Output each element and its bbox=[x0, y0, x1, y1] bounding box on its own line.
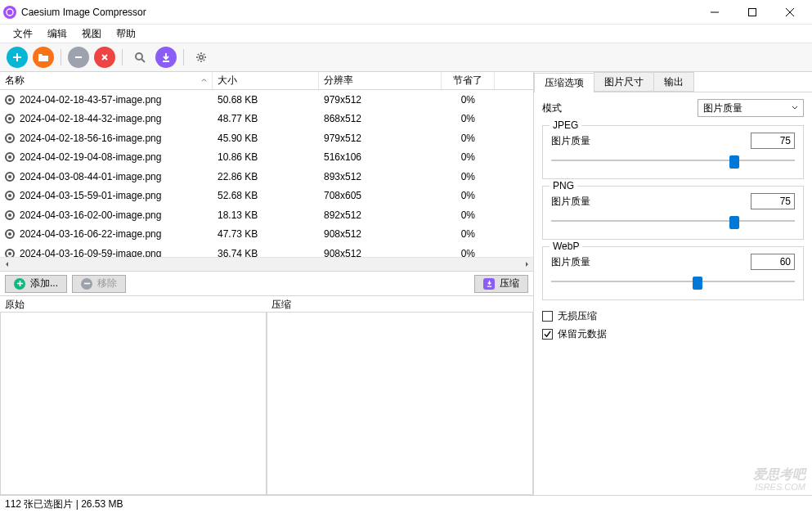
settings-button[interactable] bbox=[191, 47, 212, 68]
preview-original-pane bbox=[0, 312, 267, 495]
window-maximize-button[interactable] bbox=[733, 0, 771, 25]
search-button[interactable] bbox=[129, 47, 150, 68]
mode-select[interactable]: 图片质量 bbox=[698, 99, 804, 117]
file-size: 45.90 KB bbox=[213, 133, 319, 144]
lossless-label: 无损压缩 bbox=[558, 309, 597, 323]
add-files-button[interactable] bbox=[7, 47, 28, 68]
horizontal-scrollbar[interactable] bbox=[0, 257, 533, 271]
jpeg-quality-input[interactable]: 75 bbox=[751, 133, 795, 149]
compress-button[interactable]: 压缩 bbox=[474, 275, 528, 293]
column-size[interactable]: 大小 bbox=[213, 72, 319, 89]
column-resolution[interactable]: 分辨率 bbox=[319, 72, 442, 89]
column-name[interactable]: 名称 bbox=[0, 72, 213, 89]
tab-image-size[interactable]: 图片尺寸 bbox=[594, 72, 654, 92]
svg-rect-2 bbox=[749, 8, 756, 16]
file-size: 10.86 KB bbox=[213, 151, 319, 163]
file-size: 36.74 KB bbox=[213, 248, 319, 257]
table-row[interactable]: 2024-04-03-15-59-01-image.png52.68 KB708… bbox=[0, 187, 533, 206]
file-name: 2024-04-03-15-59-01-image.png bbox=[20, 190, 161, 201]
menu-edit[interactable]: 编辑 bbox=[41, 25, 74, 43]
clear-button[interactable] bbox=[94, 47, 115, 68]
file-name: 2024-04-03-16-09-59-image.png bbox=[20, 248, 161, 257]
webp-quality-label: 图片质量 bbox=[551, 255, 751, 269]
open-folder-button[interactable] bbox=[33, 47, 54, 68]
file-icon bbox=[5, 249, 15, 257]
webp-title: WebP bbox=[550, 241, 582, 252]
lossless-checkbox-row[interactable]: 无损压缩 bbox=[542, 307, 804, 325]
file-resolution: 893x512 bbox=[319, 171, 442, 182]
preview-original-label: 原始 bbox=[0, 296, 267, 313]
file-saved: 0% bbox=[442, 151, 495, 163]
file-resolution: 868x512 bbox=[319, 113, 442, 124]
file-resolution: 908x512 bbox=[319, 248, 442, 257]
toolbar bbox=[0, 43, 812, 72]
jpeg-quality-label: 图片质量 bbox=[551, 134, 751, 148]
action-row: 添加... 移除 压缩 bbox=[0, 272, 533, 296]
webp-quality-input[interactable]: 60 bbox=[751, 254, 795, 270]
svg-point-0 bbox=[7, 9, 13, 16]
add-button[interactable]: 添加... bbox=[5, 275, 67, 293]
png-quality-label: 图片质量 bbox=[551, 195, 751, 209]
app-title: Caesium Image Compressor bbox=[21, 7, 696, 18]
webp-group: WebP 图片质量 60 bbox=[542, 246, 804, 300]
file-resolution: 892x512 bbox=[319, 209, 442, 221]
file-size: 52.68 KB bbox=[213, 190, 319, 201]
table-row[interactable]: 2024-04-03-16-06-22-image.png47.73 KB908… bbox=[0, 225, 533, 245]
file-icon bbox=[5, 95, 15, 105]
file-name: 2024-04-02-18-43-57-image.png bbox=[20, 94, 161, 106]
tab-output[interactable]: 输出 bbox=[653, 72, 694, 92]
file-resolution: 516x106 bbox=[319, 151, 442, 163]
png-group: PNG 图片质量 75 bbox=[542, 186, 804, 240]
file-size: 50.68 KB bbox=[213, 94, 319, 106]
tab-compress-options[interactable]: 压缩选项 bbox=[534, 73, 594, 92]
window-minimize-button[interactable] bbox=[696, 0, 733, 25]
table-row[interactable]: 2024-04-02-18-43-57-image.png50.68 KB979… bbox=[0, 90, 533, 110]
menu-file[interactable]: 文件 bbox=[7, 25, 39, 43]
file-name: 2024-04-03-16-02-00-image.png bbox=[20, 209, 161, 221]
file-size: 48.77 KB bbox=[213, 113, 319, 124]
png-quality-input[interactable]: 75 bbox=[751, 193, 795, 209]
compress-toolbar-button[interactable] bbox=[155, 47, 177, 68]
menu-view[interactable]: 视图 bbox=[75, 25, 108, 43]
side-panel: 压缩选项 图片尺寸 输出 模式 图片质量 JPEG 图片质量 75 bbox=[534, 72, 812, 495]
file-saved: 0% bbox=[442, 209, 495, 221]
file-name: 2024-04-03-16-06-22-image.png bbox=[20, 228, 161, 240]
keep-metadata-checkbox[interactable] bbox=[542, 329, 553, 340]
png-title: PNG bbox=[550, 180, 577, 191]
png-quality-slider[interactable] bbox=[551, 214, 795, 227]
file-resolution: 908x512 bbox=[319, 228, 442, 240]
column-saved[interactable]: 节省了 bbox=[442, 72, 495, 89]
webp-quality-slider[interactable] bbox=[551, 275, 795, 288]
table-row[interactable]: 2024-04-02-19-04-08-image.png10.86 KB516… bbox=[0, 148, 533, 168]
file-size: 47.73 KB bbox=[213, 228, 319, 240]
menu-help[interactable]: 帮助 bbox=[110, 25, 142, 43]
window-close-button[interactable] bbox=[771, 0, 809, 25]
keep-metadata-checkbox-row[interactable]: 保留元数据 bbox=[542, 325, 804, 343]
file-icon bbox=[5, 114, 15, 124]
table-row[interactable]: 2024-04-03-08-44-01-image.png22.86 KB893… bbox=[0, 167, 533, 187]
keep-metadata-label: 保留元数据 bbox=[558, 327, 607, 341]
file-saved: 0% bbox=[442, 228, 495, 240]
menu-bar: 文件 编辑 视图 帮助 bbox=[0, 25, 812, 43]
file-name: 2024-04-02-18-56-16-image.png bbox=[20, 133, 161, 144]
lossless-checkbox[interactable] bbox=[542, 311, 553, 322]
file-saved: 0% bbox=[442, 248, 495, 257]
table-row[interactable]: 2024-04-03-16-02-00-image.png18.13 KB892… bbox=[0, 205, 533, 225]
mode-label: 模式 bbox=[542, 101, 698, 115]
compress-icon bbox=[483, 278, 495, 290]
jpeg-group: JPEG 图片质量 75 bbox=[542, 125, 804, 179]
remove-list-button[interactable]: 移除 bbox=[72, 275, 126, 293]
file-size: 22.86 KB bbox=[213, 171, 319, 182]
remove-button[interactable] bbox=[68, 47, 89, 68]
jpeg-quality-slider[interactable] bbox=[551, 154, 795, 167]
file-icon bbox=[5, 210, 15, 220]
app-icon bbox=[3, 6, 16, 19]
plus-icon bbox=[14, 278, 25, 290]
table-row[interactable]: 2024-04-03-16-09-59-image.png36.74 KB908… bbox=[0, 244, 533, 257]
table-row[interactable]: 2024-04-02-18-44-32-image.png48.77 KB868… bbox=[0, 110, 533, 129]
file-resolution: 979x512 bbox=[319, 94, 442, 106]
table-row[interactable]: 2024-04-02-18-56-16-image.png45.90 KB979… bbox=[0, 128, 533, 148]
file-saved: 0% bbox=[442, 113, 495, 124]
table-header: 名称 大小 分辨率 节省了 bbox=[0, 72, 533, 90]
jpeg-title: JPEG bbox=[550, 119, 581, 131]
